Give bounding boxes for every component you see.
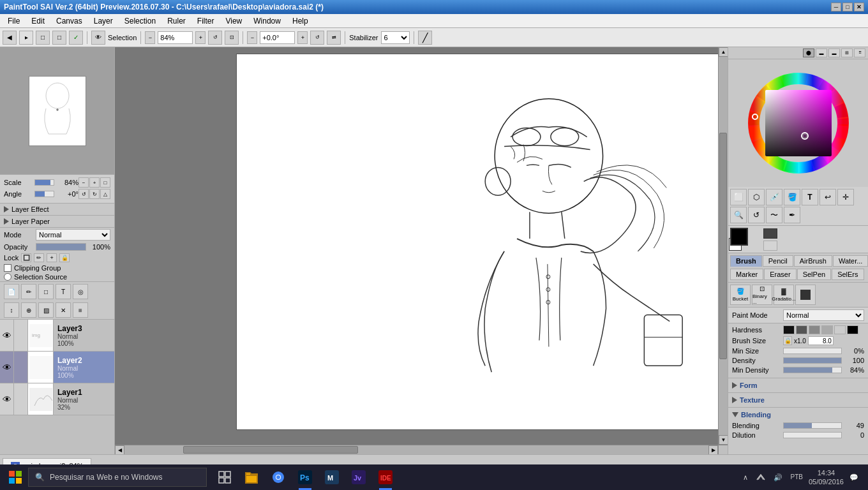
menu-file[interactable]: File [3, 15, 25, 27]
layer-tool-move[interactable]: ↕ [4, 302, 19, 318]
angle-cw-button[interactable]: ↻ [89, 189, 100, 199]
scale-plus-button[interactable]: + [89, 177, 100, 188]
hardness-btn-black[interactable] [847, 325, 858, 334]
scroll-right-button[interactable]: ▶ [708, 445, 718, 454]
toolbar-btn4[interactable]: □ [52, 31, 66, 45]
taskbar-explorer[interactable] [239, 464, 264, 490]
angle-input[interactable] [260, 31, 295, 44]
lock-icon2[interactable]: ✏ [34, 253, 44, 262]
layer-tool-pen[interactable]: ✏ [21, 284, 36, 299]
color-mode-bar2[interactable]: ▬ [828, 48, 840, 57]
tool-move[interactable]: ✛ [837, 189, 854, 205]
maximize-button[interactable]: □ [842, 3, 853, 11]
brush-tab-selers[interactable]: SelErs [832, 269, 864, 280]
toolbar-btn3[interactable]: □ [36, 31, 50, 45]
minimize-button[interactable]: ─ [831, 3, 841, 11]
blending-header[interactable]: Blending [732, 410, 864, 420]
taskbar-photoshop[interactable]: Ps [292, 464, 318, 490]
hardness-btn3[interactable] [809, 325, 820, 334]
layer-tool-shape[interactable]: ◎ [73, 284, 88, 299]
menu-filter[interactable]: Filter [192, 15, 220, 27]
toolbar-zoom-reset[interactable]: ↺ [208, 31, 222, 45]
layer1-visibility[interactable]: 👁 [0, 383, 14, 415]
brush-icon-binary[interactable]: ⊡ Binary ... [752, 285, 772, 305]
tool-rotate2[interactable]: ↺ [748, 207, 765, 223]
layer-paper-toggle[interactable]: Layer Paper [0, 216, 114, 228]
foreground-color-swatch[interactable] [730, 228, 748, 246]
taskbar-app5[interactable]: M [319, 464, 345, 490]
density-bar[interactable] [783, 357, 842, 364]
brush-size-input[interactable] [808, 336, 834, 345]
brush-tab-water[interactable]: Water... [833, 255, 868, 267]
scale-minus-button[interactable]: − [79, 177, 89, 188]
taskbar-app6[interactable]: Jv [346, 464, 371, 490]
taskbar-network[interactable] [754, 472, 768, 482]
blending-bar[interactable] [783, 422, 842, 429]
tool-text[interactable]: T [802, 189, 818, 205]
brush-icon-bucket[interactable]: 🪣 Bucket [730, 285, 751, 305]
layer-effect-toggle[interactable]: Layer Effect [0, 204, 114, 216]
brush-tab-airbrush[interactable]: AirBrush [794, 255, 832, 267]
toolbar-rotate-plus[interactable]: + [297, 31, 308, 44]
color-mode-bar[interactable]: ▬ [816, 48, 827, 57]
layer-tool-delete[interactable]: ✕ [56, 302, 71, 318]
taskbar-volume[interactable]: 🔊 [772, 473, 784, 482]
start-button[interactable] [3, 464, 28, 490]
titlebar-controls[interactable]: ─ □ ✕ [831, 3, 864, 11]
vertical-scrollbar[interactable]: ▲ ▼ [718, 47, 728, 445]
scroll-h-track[interactable] [124, 445, 708, 454]
clipping-checkbox[interactable] [4, 264, 11, 272]
angle-ccw-button[interactable]: ↺ [79, 189, 89, 199]
menu-ruler[interactable]: Ruler [162, 15, 191, 27]
scroll-v-thumb[interactable] [719, 133, 727, 360]
toolbar-zoom-minus[interactable]: − [145, 31, 155, 44]
taskbar-task-view[interactable] [212, 464, 237, 490]
hardness-btn2[interactable] [796, 325, 807, 334]
taskbar-clock[interactable]: 14:34 05/09/2016 [809, 468, 844, 487]
toolbar-rotate-minus[interactable]: − [247, 31, 257, 44]
color-mode-grid[interactable]: ⊞ [841, 48, 853, 57]
tool-select-rect[interactable]: ⬜ [730, 189, 747, 205]
menu-canvas[interactable]: Canvas [51, 15, 87, 27]
brush-size-lock[interactable]: 🔒 [783, 336, 792, 345]
zoom-input[interactable] [158, 31, 193, 44]
color-mode-mix[interactable]: ⠿ [854, 48, 865, 57]
taskbar-notifications[interactable]: 💬 [848, 473, 860, 482]
horizontal-scrollbar[interactable]: ◀ ▶ [115, 445, 718, 454]
layer-item-layer2[interactable]: 👁 Layer2 Normal 100% [0, 352, 114, 383]
scroll-h-thumb[interactable] [183, 446, 359, 454]
layer-tool-text[interactable]: T [56, 284, 71, 299]
layer-tool-new[interactable]: 📄 [4, 284, 19, 299]
color-extra2[interactable] [763, 241, 777, 251]
layer3-visibility[interactable]: 👁 [0, 320, 14, 351]
toolbar-zoom-plus[interactable]: + [195, 31, 206, 44]
color-wheel[interactable] [728, 59, 868, 187]
tool-smooth[interactable]: 〜 [766, 207, 782, 223]
toolbar-pen-btn[interactable]: ╱ [418, 31, 432, 45]
brush-icon-gradient[interactable]: ▓ Gradatio... [774, 285, 794, 305]
tool-select-lasso[interactable]: ⬡ [748, 189, 765, 205]
layer-item-layer1[interactable]: 👁 Layer1 Normal 32% [0, 383, 114, 415]
opacity-bar[interactable] [36, 243, 86, 251]
toolbar-back-button[interactable]: ◀ [3, 31, 17, 45]
toolbar-check-button[interactable]: ✓ [69, 31, 83, 45]
form-header[interactable]: Form [732, 380, 864, 390]
layer-tool-group[interactable]: □ [38, 284, 54, 299]
hardness-btn4[interactable] [821, 325, 833, 334]
toolbar-fwd-button[interactable]: ▸ [19, 31, 33, 45]
color-extra1[interactable] [763, 228, 777, 239]
taskbar-up-arrow[interactable]: ∧ [741, 473, 750, 482]
close-button[interactable]: ✕ [854, 3, 864, 11]
lock-icon3[interactable]: + [47, 253, 57, 262]
min-size-bar[interactable] [783, 348, 842, 354]
paint-mode-select[interactable]: Normal [783, 309, 864, 321]
toolbar-fit-button[interactable]: ⊡ [225, 31, 239, 45]
brush-tab-marker[interactable]: Marker [730, 269, 763, 280]
tool-rotate[interactable]: ↩ [819, 189, 836, 205]
layer-item-layer3[interactable]: 👁 img Layer3 Normal 100% [0, 320, 114, 352]
layer-tool-extra[interactable]: ≡ [73, 302, 88, 318]
tool-fill[interactable]: 🪣 [784, 189, 800, 205]
hardness-btn1[interactable] [783, 325, 795, 334]
scroll-left-button[interactable]: ◀ [115, 445, 124, 454]
scale-extra-button[interactable]: □ [100, 177, 110, 188]
